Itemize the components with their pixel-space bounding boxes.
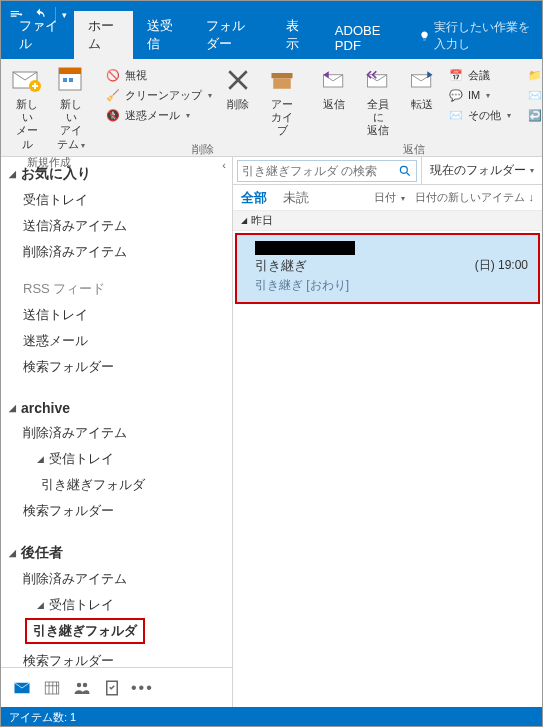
message-time: (日) 19:00 bbox=[475, 257, 528, 275]
sender-redacted bbox=[255, 241, 355, 255]
filter-row: 全部 未読 日付 ▾ 日付の新しいアイテム ↓ bbox=[233, 185, 542, 211]
new-mail-label: 新しい メール bbox=[11, 98, 43, 151]
group-delete: 🚫無視 🧹クリーンアップ▾ 🚷迷惑メール▾ 削除 アー カイブ 削除 bbox=[97, 59, 308, 156]
successor-header[interactable]: ◢後任者 bbox=[1, 538, 232, 566]
im-button[interactable]: 💬IM▾ bbox=[446, 86, 492, 104]
svg-rect-6 bbox=[272, 73, 293, 78]
group-respond: 返信 全員に 返信 転送 📅会議 💬IM▾ ✉️その他▾ 返信 bbox=[308, 59, 519, 156]
svg-rect-5 bbox=[69, 78, 73, 82]
arch-inbox[interactable]: ◢受信トレイ bbox=[1, 446, 232, 472]
calendar-view-icon[interactable] bbox=[41, 677, 63, 699]
message-item[interactable]: 引き継ぎ (日) 19:00 引き継ぎ [おわり] bbox=[235, 233, 540, 304]
group-delete-label: 削除 bbox=[103, 140, 302, 157]
reply-all-button[interactable]: 全員に 返信 bbox=[358, 62, 398, 140]
reply-all-label: 全員に 返信 bbox=[362, 98, 394, 138]
filter-unread[interactable]: 未読 bbox=[283, 189, 309, 207]
svg-rect-4 bbox=[63, 78, 67, 82]
svg-point-18 bbox=[83, 682, 88, 687]
arch-deleted[interactable]: 削除済みアイテム bbox=[1, 420, 232, 446]
main-area: ‹ ◢お気に入り 受信トレイ 送信済みアイテム 削除済みアイテム RSS フィー… bbox=[1, 157, 542, 707]
group-new: 新しい メール 新しい アイテム▾ 新規作成 bbox=[1, 59, 97, 156]
status-item-count: アイテム数: 1 bbox=[9, 710, 76, 725]
tab-sendrecv[interactable]: 送受信 bbox=[133, 11, 192, 59]
collapse-pane-icon[interactable]: ‹ bbox=[222, 159, 226, 171]
im-label: IM bbox=[468, 89, 480, 101]
ribbon-tabs: ファイル ホーム 送受信 フォルダー 表示 ADOBE PDF 実行したい作業を… bbox=[1, 29, 542, 59]
rss-item[interactable]: RSS フィード bbox=[1, 271, 232, 302]
qs-team-button[interactable]: ✉️チーム bbox=[525, 86, 543, 104]
svg-line-21 bbox=[407, 172, 410, 175]
more-label: その他 bbox=[468, 108, 501, 123]
mail-view-icon[interactable] bbox=[11, 677, 33, 699]
group-respond-label: 返信 bbox=[314, 140, 513, 157]
search-input[interactable] bbox=[242, 164, 398, 178]
message-pane: 現在のフォルダー▾ 全部 未読 日付 ▾ 日付の新しいアイテム ↓ ◢昨日 引き… bbox=[233, 157, 542, 707]
people-view-icon[interactable] bbox=[71, 677, 93, 699]
search-row: 現在のフォルダー▾ bbox=[233, 157, 542, 185]
fav-sent[interactable]: 送信済みアイテム bbox=[1, 213, 232, 239]
succ-search[interactable]: 検索フォルダー bbox=[1, 648, 232, 667]
message-subject: 引き継ぎ bbox=[255, 257, 307, 275]
arch-handover[interactable]: 引き継ぎフォルダ bbox=[1, 472, 232, 498]
archive-button[interactable]: アー カイブ bbox=[262, 62, 302, 140]
junk-label: 迷惑メール bbox=[125, 108, 180, 123]
group-yesterday-label: 昨日 bbox=[251, 213, 273, 228]
status-bar: アイテム数: 1 bbox=[1, 707, 542, 727]
tell-me-label: 実行したい作業を入力し bbox=[434, 19, 538, 53]
meeting-button[interactable]: 📅会議 bbox=[446, 66, 492, 84]
svg-rect-3 bbox=[59, 68, 81, 74]
folder-pane: ‹ ◢お気に入り 受信トレイ 送信済みアイテム 削除済みアイテム RSS フィー… bbox=[1, 157, 233, 707]
sort-by[interactable]: 日付 ▾ bbox=[374, 190, 405, 205]
fav-inbox[interactable]: 受信トレイ bbox=[1, 187, 232, 213]
delete-label: 削除 bbox=[227, 98, 249, 111]
archive-header[interactable]: ◢archive bbox=[1, 394, 232, 420]
tasks-view-icon[interactable] bbox=[101, 677, 123, 699]
succ-inbox[interactable]: ◢受信トレイ bbox=[1, 592, 232, 618]
succ-handover-selected[interactable]: 引き継ぎフォルダ bbox=[25, 618, 145, 644]
delete-button[interactable]: 削除 bbox=[218, 62, 258, 140]
forward-label: 転送 bbox=[411, 98, 433, 111]
new-mail-button[interactable]: 新しい メール bbox=[7, 62, 47, 153]
tab-adobe[interactable]: ADOBE PDF bbox=[321, 17, 409, 59]
ignore-label: 無視 bbox=[125, 68, 147, 83]
qs-replydel-button[interactable]: ↩️返信 bbox=[525, 106, 543, 124]
fav-deleted[interactable]: 削除済みアイテム bbox=[1, 239, 232, 265]
forward-button[interactable]: 転送 bbox=[402, 62, 442, 140]
junk-button[interactable]: 🚷迷惑メール▾ bbox=[103, 106, 192, 124]
cleanup-label: クリーンアップ bbox=[125, 88, 202, 103]
meeting-label: 会議 bbox=[468, 68, 490, 83]
group-header-yesterday[interactable]: ◢昨日 bbox=[233, 211, 542, 231]
junk-item[interactable]: 迷惑メール bbox=[1, 328, 232, 354]
tab-file[interactable]: ファイル bbox=[5, 11, 74, 59]
search-scope[interactable]: 現在のフォルダー▾ bbox=[421, 157, 542, 184]
scope-label: 現在のフォルダー bbox=[430, 162, 526, 179]
tab-folder[interactable]: フォルダー bbox=[192, 11, 272, 59]
tab-view[interactable]: 表示 bbox=[272, 11, 321, 59]
more-respond-button[interactable]: ✉️その他▾ bbox=[446, 106, 513, 124]
search-icon[interactable] bbox=[398, 164, 412, 178]
cleanup-button[interactable]: 🧹クリーンアップ▾ bbox=[103, 86, 214, 104]
archive-label: アー カイブ bbox=[266, 98, 298, 138]
ribbon: 新しい メール 新しい アイテム▾ 新規作成 🚫無視 🧹クリーンアップ▾ 🚷迷惑… bbox=[1, 59, 542, 157]
message-preview: 引き継ぎ [おわり] bbox=[255, 277, 528, 294]
nav-switcher: ••• bbox=[1, 667, 232, 707]
favorites-header[interactable]: ◢お気に入り bbox=[1, 159, 232, 187]
tell-me[interactable]: 実行したい作業を入力し bbox=[419, 19, 538, 59]
outbox-item[interactable]: 送信トレイ bbox=[1, 302, 232, 328]
qs-move-button[interactable]: 📁移動 bbox=[525, 66, 543, 84]
succ-deleted[interactable]: 削除済みアイテム bbox=[1, 566, 232, 592]
message-list: 引き継ぎ (日) 19:00 引き継ぎ [おわり] bbox=[233, 231, 542, 707]
group-quicksteps: 📁移動 ✉️チーム ↩️返信 bbox=[519, 59, 543, 156]
svg-point-17 bbox=[77, 682, 82, 687]
filter-all[interactable]: 全部 bbox=[241, 189, 267, 207]
reply-button[interactable]: 返信 bbox=[314, 62, 354, 140]
ignore-button[interactable]: 🚫無視 bbox=[103, 66, 149, 84]
tab-home[interactable]: ホーム bbox=[74, 11, 133, 59]
successor-label: 後任者 bbox=[21, 544, 63, 562]
search-box[interactable] bbox=[237, 160, 417, 182]
search-folders-item[interactable]: 検索フォルダー bbox=[1, 354, 232, 380]
sort-order[interactable]: 日付の新しいアイテム ↓ bbox=[415, 190, 534, 205]
new-item-button[interactable]: 新しい アイテム▾ bbox=[51, 62, 91, 153]
nav-more-icon[interactable]: ••• bbox=[131, 679, 154, 697]
arch-search[interactable]: 検索フォルダー bbox=[1, 498, 232, 524]
